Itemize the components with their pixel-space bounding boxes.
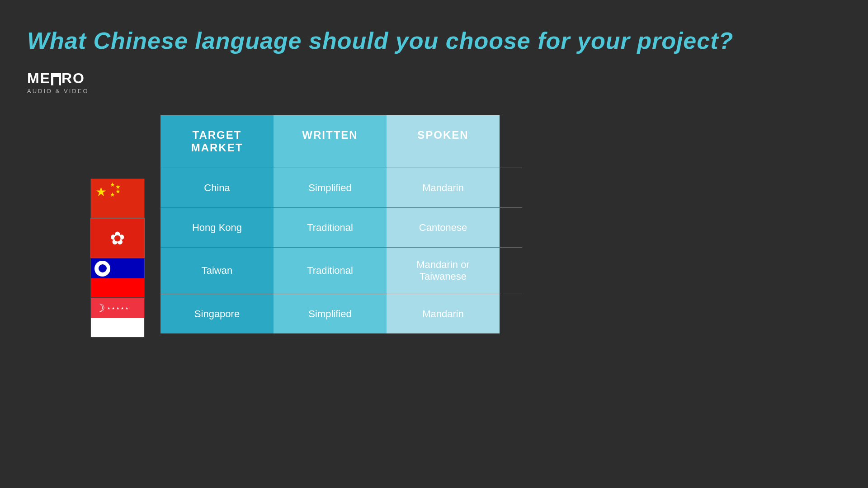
cell-china-written: Simplified: [274, 168, 387, 207]
comparison-table: TARGET MARKET WRITTEN SPOKEN China Simpl…: [160, 115, 522, 333]
table-row: Taiwan Traditional Mandarin or Taiwanese: [160, 247, 522, 294]
flag-singapore: ☽ ★ ★ ★ ★ ★: [90, 298, 145, 338]
flag-taiwan: [90, 258, 145, 298]
svg-rect-0: [51, 73, 61, 77]
cell-hk-written: Traditional: [274, 208, 387, 247]
cell-china-target: China: [160, 168, 274, 207]
cell-sg-spoken: Mandarin: [387, 294, 500, 333]
page-title: What Chinese language should you choose …: [27, 27, 733, 54]
china-star-3: ★: [115, 188, 121, 195]
cell-taiwan-written: Traditional: [274, 248, 387, 294]
svg-rect-2: [59, 77, 61, 85]
table-row: China Simplified Mandarin: [160, 168, 522, 207]
flag-hong-kong: ✿: [90, 218, 145, 258]
cell-taiwan-spoken: Mandarin or Taiwanese: [387, 248, 500, 294]
logo-name: ME RO: [27, 70, 89, 87]
cell-taiwan-target: Taiwan: [160, 248, 274, 294]
hk-flower-icon: ✿: [110, 228, 125, 249]
cell-sg-written: Simplified: [274, 294, 387, 333]
taiwan-sun-icon: [94, 261, 110, 277]
svg-rect-1: [51, 77, 53, 85]
sg-stars: ★ ★ ★ ★ ★: [107, 306, 128, 310]
sg-crescent-icon: ☽: [95, 302, 105, 314]
cell-sg-target: Singapore: [160, 294, 274, 333]
logo: ME RO AUDIO & VIDEO: [27, 70, 89, 94]
cell-china-spoken: Mandarin: [387, 168, 500, 207]
china-star-4: ★: [110, 191, 115, 198]
header-target-market: TARGET MARKET: [160, 115, 274, 168]
cell-hk-spoken: Cantonese: [387, 208, 500, 247]
flags-column: ★ ★ ★ ★ ★ ✿ ☽ ★ ★ ★ ★: [90, 178, 145, 338]
table-row: Singapore Simplified Mandarin: [160, 294, 522, 333]
flag-china: ★ ★ ★ ★ ★: [90, 178, 145, 218]
header-spoken: SPOKEN: [387, 115, 500, 168]
table-header: TARGET MARKET WRITTEN SPOKEN: [160, 115, 522, 168]
header-written: WRITTEN: [274, 115, 387, 168]
logo-subtitle: AUDIO & VIDEO: [27, 88, 89, 94]
table-row: Hong Kong Traditional Cantonese: [160, 207, 522, 247]
cell-hk-target: Hong Kong: [160, 208, 274, 247]
china-star-1: ★: [110, 181, 115, 188]
china-main-star: ★: [95, 184, 107, 199]
